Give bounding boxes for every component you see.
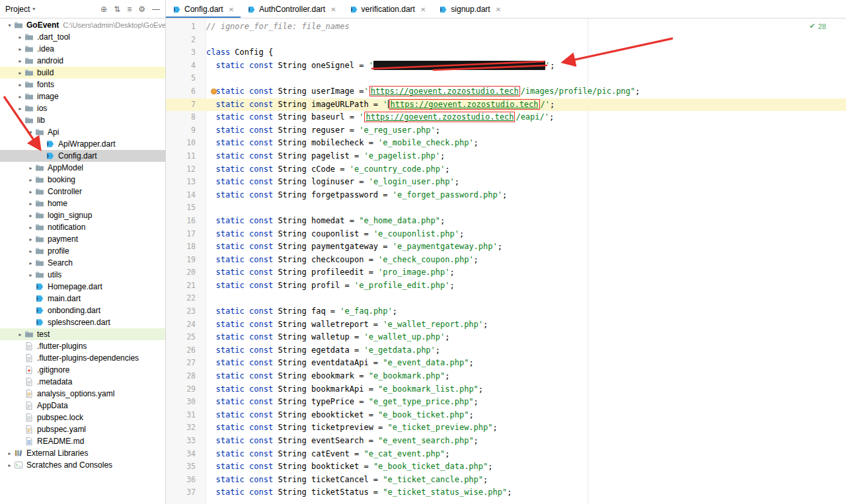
tree-item[interactable]: AppData [0,400,165,412]
code-line[interactable]: static const String typePrice = "e_get_t… [196,396,479,409]
code-line[interactable]: static const String profil = 'e_profile_… [196,279,455,293]
chevron-icon[interactable]: ▸ [26,177,35,183]
tree-item[interactable]: ▸Scratches and Consoles [0,459,165,471]
chevron-icon[interactable]: ▸ [26,260,35,266]
tree-item[interactable]: onbonding.dart [0,305,165,316]
tree-item[interactable]: ▸ios [0,102,165,114]
url-link-redboxed[interactable]: https://goevent.zozostudio.tech [369,86,520,96]
chevron-icon[interactable]: ▸ [16,106,24,112]
tree-item[interactable]: Config.dart [0,150,165,162]
code-line[interactable]: static const String ticketCancel = "e_ti… [196,474,488,487]
tree-item[interactable]: ▸login_signup [0,209,165,221]
chevron-down-icon[interactable]: ▾ [32,6,35,12]
code-line[interactable]: static const String forgetpassword = 'e_… [196,189,507,202]
code-line[interactable]: static const String ticketpreview = "e_t… [196,421,498,435]
chevron-icon[interactable]: ▸ [26,213,35,219]
inspection-widget[interactable]: ✔ 28 [810,22,826,30]
tree-item[interactable]: ▸.idea [0,43,165,55]
code-line[interactable] [196,72,206,85]
locate-icon[interactable]: ⊕ [100,5,107,14]
code-line[interactable]: static const String oneSignel = ' '; [196,59,555,73]
close-icon[interactable]: ✕ [229,6,234,13]
tree-item[interactable]: pubspec.lock [0,412,165,423]
chevron-icon[interactable]: ▸ [26,272,35,278]
tree-item[interactable]: ApiWrapper.dart [0,138,165,150]
code-line[interactable]: static const String mobilecheck = 'e_mob… [196,137,479,150]
code-line[interactable]: static const String bookticket = "e_book… [196,460,493,474]
code-line[interactable]: static const String ticketStatus = "e_ti… [196,486,512,499]
tree-item[interactable]: ▸image [0,90,165,102]
tree-item[interactable]: ▸fonts [0,79,165,90]
code-line[interactable]: static const String couponlist = 'e_coup… [196,228,464,241]
chevron-icon[interactable]: ▸ [26,189,35,195]
tree-item[interactable]: ▸test [0,328,165,340]
chevron-icon[interactable]: ▾ [5,22,14,28]
chevron-icon[interactable]: ▸ [16,332,24,338]
editor-tab[interactable]: signup.dart✕ [432,0,508,18]
code-line[interactable]: static const String checkcoupon = 'e_che… [196,254,479,267]
tree-item[interactable]: ▸External Libraries [0,447,165,459]
close-icon[interactable]: ✕ [330,6,336,13]
tree-item[interactable]: .flutter-plugins-dependencies [0,352,165,364]
code-line[interactable]: static const String ebookticket = "e_boo… [196,409,474,422]
editor-tab[interactable]: AuthController.dart✕ [241,0,342,18]
chevron-icon[interactable]: ▸ [26,248,35,254]
tree-item[interactable]: pubspec.yaml [0,423,165,435]
chevron-icon[interactable]: ▸ [26,225,35,231]
chevron-icon[interactable]: ▸ [5,450,14,456]
expand-all-icon[interactable]: ≡ [127,5,132,14]
tree-item[interactable]: main.dart [0,293,165,305]
tree-item[interactable]: Homepage.dart [0,281,165,293]
code-line[interactable]: static const String egetdata = 'e_getdat… [196,344,440,357]
tree-item[interactable]: ▸home [0,198,165,209]
code-line[interactable]: static const String pagelist = 'e_pageli… [196,150,445,163]
chevron-icon[interactable]: ▸ [16,70,24,76]
tree-item[interactable]: ▸Search [0,257,165,269]
tree-item[interactable]: ▸.dart_tool [0,31,165,43]
chevron-icon[interactable]: ▸ [26,165,35,171]
tree-item[interactable]: ▸android [0,55,165,67]
code-line[interactable]: static const String userImage ='https://… [196,85,640,98]
code-line[interactable]: static const String catEvent = "e_cat_ev… [196,448,450,461]
code-line[interactable]: static const String ebookmark = "e_bookm… [196,370,449,383]
code-line[interactable]: // ignore_for_file: file_names [196,20,350,34]
tree-item[interactable]: analysis_options.yaml [0,388,165,400]
code-line[interactable]: static const String walletup = 'e_wallet… [196,331,450,344]
code-line[interactable]: static const String baseurl = 'https://g… [196,111,554,124]
tree-item[interactable]: ▾Api [0,126,165,138]
code-line[interactable] [196,34,206,47]
tree-item[interactable]: spleshscreen.dart [0,316,165,328]
tree-item[interactable]: ▸notification [0,221,165,233]
code-line[interactable]: static const String bookmarkApi = "e_boo… [196,383,483,396]
code-line[interactable]: static const String faq = 'e_faq.php'; [196,305,397,318]
code-line[interactable]: static const String profileedit = 'pro_i… [196,266,455,279]
tree-item[interactable]: ▸Controller [0,186,165,198]
code-line[interactable]: static const String homedat = "e_home_da… [196,215,445,228]
code-line[interactable] [196,292,206,305]
project-panel-title[interactable]: Project [5,5,30,14]
chevron-icon[interactable]: ▸ [16,34,24,40]
chevron-icon[interactable]: ▸ [16,82,24,88]
code-line[interactable] [196,201,206,215]
tree-item[interactable]: ▸profile [0,245,165,257]
url-link-redboxed[interactable]: https://goevent.zozostudio.tech [389,99,540,110]
tree-item[interactable]: ▸build [0,67,165,79]
tree-item[interactable]: ▸payment [0,233,165,245]
close-icon[interactable]: ✕ [420,6,426,13]
chevron-icon[interactable]: ▸ [16,46,24,52]
editor-tab[interactable]: verification.dart✕ [343,0,433,18]
code-line[interactable]: static const String eventdataApi = "e_ev… [196,357,474,370]
chevron-icon[interactable]: ▾ [26,129,35,135]
chevron-icon[interactable]: ▸ [16,94,24,100]
code-line[interactable]: static const String cCode = 'e_country_c… [196,163,449,176]
tree-item[interactable]: ▸utils [0,269,165,281]
sort-icon[interactable]: ⇅ [114,5,120,14]
settings-icon[interactable]: ⚙ [138,5,145,14]
tree-item[interactable]: .gitignore [0,364,165,376]
tree-item[interactable]: ▸booking [0,174,165,186]
hide-icon[interactable]: — [152,5,160,14]
tree-item[interactable]: ▾GoEventC:\Users\admin\Desktop\GoEvent [0,19,165,31]
code-line[interactable]: static const String walletreport = 'e_wa… [196,318,488,332]
code-line[interactable]: static const String paymentgateway = 'e_… [196,240,502,254]
intention-bulb-icon[interactable] [211,89,217,94]
